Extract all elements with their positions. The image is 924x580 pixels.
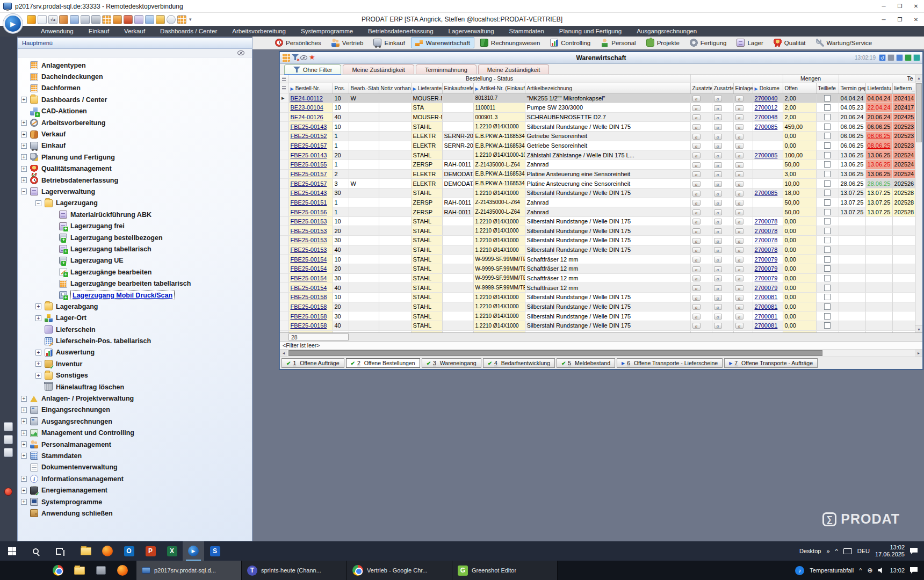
favorite-icon[interactable]: ★ bbox=[309, 54, 315, 62]
tree-expander-icon[interactable]: − bbox=[35, 200, 41, 206]
dokument-link[interactable]: 2700040 bbox=[755, 95, 778, 102]
menu-item-einkauf[interactable]: Einkauf bbox=[81, 26, 117, 37]
notification-icon[interactable] bbox=[910, 567, 918, 574]
tree-expander-icon[interactable]: + bbox=[21, 488, 27, 494]
text-note-button[interactable]: a bbox=[714, 228, 722, 234]
column-header-pos-1[interactable]: Pos. bbox=[333, 83, 349, 93]
teillieferung-checkbox[interactable] bbox=[824, 265, 831, 272]
dock-icon-1[interactable] bbox=[4, 422, 13, 431]
dokument-link[interactable]: 2700078 bbox=[755, 237, 778, 243]
bestell-nr-link[interactable]: FBE25-00154 bbox=[291, 256, 327, 263]
row-select-indicator[interactable] bbox=[280, 255, 288, 264]
bestell-nr-link[interactable]: BE24-00112 bbox=[291, 95, 323, 102]
tree-item-dokumentenverwaltung[interactable]: Dokumentenverwaltung bbox=[18, 462, 252, 473]
tree-item-verkauf[interactable]: +Verkauf bbox=[18, 128, 252, 140]
rdp-minimize-button[interactable]: ─ bbox=[876, 0, 892, 12]
menu-item-verkauf[interactable]: Verkauf bbox=[117, 26, 153, 37]
clear-filter-icon[interactable] bbox=[292, 54, 299, 61]
text-note-button[interactable]: a bbox=[714, 323, 722, 329]
search-button[interactable] bbox=[24, 541, 47, 561]
app-minimize-button[interactable]: ─ bbox=[876, 13, 892, 26]
s-app-taskbar-button[interactable]: S bbox=[204, 541, 226, 561]
table-row[interactable]: BE24-0012640MOUSER-MUN000901.3SCHRAUBENR… bbox=[280, 112, 915, 122]
table-row[interactable]: FBE25-001561ZERSPRAH-0011Z-21435000-L-Z6… bbox=[280, 207, 915, 217]
media-speaker-icon[interactable]: ♪ bbox=[795, 566, 804, 575]
hide-menu-icon[interactable] bbox=[237, 50, 244, 55]
explorer-taskbar-button[interactable] bbox=[75, 541, 97, 561]
table-row[interactable]: BE23-0010410STA1100011Pumpe SW 230/3000a… bbox=[280, 103, 915, 113]
tree-item-cad-aktionen[interactable]: CAD-Aktionen bbox=[18, 106, 252, 117]
teillieferung-checkbox[interactable] bbox=[824, 209, 831, 215]
firefox-pinned-button[interactable] bbox=[112, 561, 133, 580]
tree-item-auswertung[interactable]: +Auswertung bbox=[18, 347, 252, 358]
outlook-taskbar-button[interactable]: O bbox=[118, 541, 140, 561]
table-row[interactable]: FBE25-001511ZERSPRAH-0011Z-21435000-L-Z6… bbox=[280, 198, 915, 207]
tree-item-ausgangsrechnungen[interactable]: +Ausgangsrechnungen bbox=[18, 416, 252, 427]
volume-icon[interactable] bbox=[878, 568, 884, 574]
tab-vertrieb[interactable]: Vertrieb bbox=[327, 37, 368, 48]
toolbar-overflow-icon[interactable]: ▾ bbox=[188, 17, 193, 22]
bestell-nr-link[interactable]: FBE25-00153 bbox=[291, 247, 327, 253]
text-note-button[interactable]: a bbox=[714, 191, 722, 197]
diamond-icon[interactable] bbox=[27, 15, 36, 24]
scroll-up-icon[interactable]: ▲ bbox=[915, 75, 922, 82]
text-note-button[interactable]: a bbox=[692, 304, 701, 310]
text-note-button[interactable]: a bbox=[692, 314, 701, 320]
teillieferung-checkbox[interactable] bbox=[824, 124, 831, 130]
row-select-indicator[interactable] bbox=[280, 132, 288, 141]
column-header-einkaufsreferenz-5[interactable]: Einkaufsreferenz bbox=[442, 83, 473, 93]
table-row[interactable]: FBE25-001571ELEKTRSERNR-2025-0...E.B.PKW… bbox=[280, 141, 915, 150]
bestell-nr-link[interactable]: FBE25-00143 bbox=[291, 152, 327, 158]
view-tab-bedarfsentwicklung[interactable]: ✔4 Bedarfsentwicklung bbox=[483, 358, 555, 368]
view-tab-offene-transporte-aufträge[interactable]: ▶7 Offene Transporte - Aufträge bbox=[724, 358, 818, 368]
row-select-indicator[interactable] bbox=[280, 311, 288, 321]
column-header-bestell-nr-0[interactable]: ▶Bestell-Nr. bbox=[288, 83, 333, 93]
text-note-button[interactable]: a bbox=[714, 181, 722, 187]
excel-export-icon[interactable] bbox=[905, 54, 912, 61]
teillieferung-checkbox[interactable] bbox=[824, 303, 831, 310]
teillieferung-checkbox[interactable] bbox=[824, 275, 831, 281]
text-note-button[interactable]: a bbox=[692, 200, 701, 206]
text-note-button[interactable]: a bbox=[735, 238, 743, 244]
text-note-button[interactable]: a bbox=[735, 162, 743, 168]
table-row[interactable]: FBE25-0015810STAHL1.2210 Ø14X1000Silbers… bbox=[280, 292, 915, 302]
text-note-button[interactable]: a bbox=[735, 143, 743, 149]
bestell-nr-link[interactable]: FBE25-00158 bbox=[291, 322, 327, 329]
teillieferung-checkbox[interactable] bbox=[824, 313, 831, 320]
menu-item-anwendung[interactable]: Anwendung bbox=[33, 26, 81, 37]
teillieferung-checkbox[interactable] bbox=[824, 142, 831, 149]
tree-expander-icon[interactable]: + bbox=[21, 396, 27, 402]
text-note-button[interactable]: a bbox=[692, 257, 701, 263]
dokument-link[interactable]: 2700085 bbox=[755, 190, 778, 196]
row-select-indicator[interactable] bbox=[280, 188, 288, 198]
table-icon[interactable] bbox=[102, 15, 111, 24]
tree-item-anlagen-projektverwaltung[interactable]: +Anlagen- / Projektverwaltung bbox=[18, 393, 252, 404]
bestell-nr-link[interactable]: FBE25-00143 bbox=[291, 124, 327, 130]
text-note-button[interactable]: a bbox=[692, 191, 701, 197]
bestell-nr-link[interactable]: FBE25-00154 bbox=[291, 265, 327, 272]
row-select-indicator[interactable] bbox=[280, 330, 288, 333]
tab-warenwirtschaft[interactable]: Warenwirtschaft bbox=[411, 37, 474, 48]
table-row[interactable]: FBE25-001521ELEKTRSERNR-2025-0...E.B.PKW… bbox=[280, 132, 915, 141]
powerpoint-taskbar-button[interactable]: P bbox=[140, 541, 161, 561]
text-note-button[interactable]: a bbox=[735, 304, 743, 310]
window-button-p2017srv-prodat-sql-d[interactable]: p2017srv.prodat-sql.d... bbox=[136, 561, 242, 580]
table-view-icon[interactable] bbox=[282, 54, 290, 62]
text-note-button[interactable]: a bbox=[714, 96, 722, 102]
tree-item-systemprogramme[interactable]: +Systemprogramme bbox=[18, 496, 252, 508]
vertical-scrollbar-thumb[interactable] bbox=[916, 83, 922, 142]
text-note-button[interactable]: a bbox=[714, 171, 722, 177]
teillieferung-checkbox[interactable] bbox=[824, 199, 831, 206]
text-note-button[interactable]: a bbox=[714, 105, 722, 111]
dokument-link[interactable]: 2700078 bbox=[755, 218, 778, 224]
tree-expander-icon[interactable]: + bbox=[21, 453, 27, 459]
text-note-button[interactable]: a bbox=[714, 153, 722, 158]
column-header-einlage-10[interactable]: Einlage bbox=[733, 83, 753, 93]
tree-expander-icon[interactable]: + bbox=[21, 441, 27, 447]
tree-item-lagerzugang-ue[interactable]: Lagerzugang UE bbox=[18, 255, 252, 266]
text-note-button[interactable]: a bbox=[692, 114, 701, 120]
dokument-link[interactable]: 2700012 bbox=[755, 104, 778, 111]
table-row[interactable]: FBE25-0014330STAHL1.2210 Ø14X1000Silbers… bbox=[280, 188, 915, 198]
dokument-link[interactable]: 2700085 bbox=[755, 124, 778, 130]
tab-wartung-service[interactable]: Wartung/Service bbox=[812, 37, 877, 48]
